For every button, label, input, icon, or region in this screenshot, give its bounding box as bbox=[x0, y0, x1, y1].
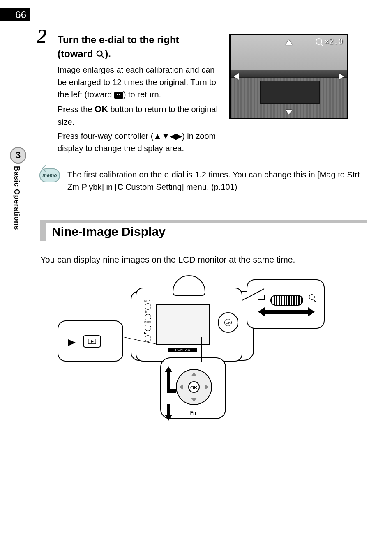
body-p3: Press four-way controller (▲▼◀▶) in zoom… bbox=[58, 130, 218, 154]
page-number: 66 bbox=[0, 8, 30, 21]
section-body: You can display nine images on the LCD m… bbox=[40, 255, 367, 265]
section: Nine-Image Display You can display nine … bbox=[40, 220, 367, 265]
fn-label: Fn bbox=[190, 410, 196, 416]
arrow-right-icon bbox=[205, 384, 209, 390]
magnify-icon bbox=[316, 38, 322, 45]
step-title: Turn the e-dial to the right (toward ). bbox=[58, 33, 210, 60]
arrow-down-icon bbox=[286, 110, 292, 115]
lcd-preview: ×2.0 bbox=[229, 34, 348, 119]
memo-badge: memo bbox=[39, 168, 60, 182]
body-p1: Image enlarges at each calibration and c… bbox=[58, 64, 218, 101]
step-title-line1: Turn the e-dial to the right bbox=[58, 34, 179, 45]
camera-four-way-pad bbox=[218, 312, 238, 333]
nine-grid-icon bbox=[114, 92, 123, 99]
arrow-up-icon bbox=[286, 40, 292, 45]
callout-playback bbox=[58, 320, 123, 362]
delete-button-icon bbox=[145, 314, 151, 320]
step-body: Image enlarges at each calibration and c… bbox=[58, 64, 218, 156]
memo-text: The first calibration on the e-dial is 1… bbox=[67, 168, 367, 193]
leader-line bbox=[201, 337, 202, 362]
callout-e-dial bbox=[247, 279, 325, 329]
magnify-icon bbox=[96, 50, 105, 59]
magnify-icon bbox=[309, 294, 315, 300]
svg-point-0 bbox=[97, 51, 102, 56]
arrow-down-icon bbox=[191, 398, 197, 402]
svg-line-1 bbox=[101, 55, 104, 58]
camera-diagram: PENTAX bbox=[53, 271, 341, 435]
lcd-zoom-info: ×2.0 bbox=[316, 37, 343, 46]
ok-button-label: OK bbox=[188, 381, 200, 393]
camera-side-buttons bbox=[145, 303, 151, 342]
play-button-icon bbox=[145, 335, 151, 342]
arrow-left-icon bbox=[234, 73, 239, 80]
step-number: 2 bbox=[37, 25, 47, 47]
memo-text-b: Custom Setting] menu. (p.101) bbox=[123, 182, 238, 191]
memo-block: memo The first calibration on the e-dial… bbox=[39, 168, 367, 193]
menu-button-icon bbox=[145, 303, 151, 310]
section-title: Nine-Image Display bbox=[52, 225, 166, 239]
playback-button-icon bbox=[83, 335, 101, 348]
arrow-left-icon bbox=[179, 384, 183, 390]
press-arrows-icon bbox=[163, 364, 174, 417]
body-p2a: Press the bbox=[58, 105, 95, 114]
press-arrow-icon bbox=[68, 339, 76, 346]
camera-viewfinder-hump bbox=[173, 275, 205, 296]
info-button-icon bbox=[145, 325, 151, 331]
section-header-bar: Nine-Image Display bbox=[40, 223, 367, 241]
body-p2: Press the OK button to return to the ori… bbox=[58, 102, 218, 128]
zoom-value: ×2.0 bbox=[325, 37, 343, 46]
arrow-right-icon bbox=[339, 73, 344, 80]
nine-grid-icon bbox=[258, 295, 265, 300]
chapter-tab: 3 bbox=[10, 147, 26, 164]
ok-label: OK bbox=[95, 104, 108, 114]
step-title-line2b: ). bbox=[105, 48, 111, 59]
dial-direction-arrow-icon bbox=[264, 310, 309, 314]
svg-marker-3 bbox=[91, 340, 94, 343]
arrow-up-icon bbox=[191, 372, 197, 376]
body-p1b: ) to return. bbox=[123, 90, 161, 99]
e-dial-icon bbox=[270, 295, 303, 306]
four-way-controller-icon: OK bbox=[176, 369, 212, 405]
side-section-label: Basic Operations bbox=[12, 166, 21, 230]
callout-ok-pad: OK Fn bbox=[160, 357, 226, 419]
memo-c-symbol: C bbox=[117, 182, 123, 191]
camera-brand-label: PENTAX bbox=[168, 348, 197, 352]
lcd-sample-image bbox=[231, 35, 347, 118]
step-title-line2a: (toward bbox=[58, 48, 96, 59]
